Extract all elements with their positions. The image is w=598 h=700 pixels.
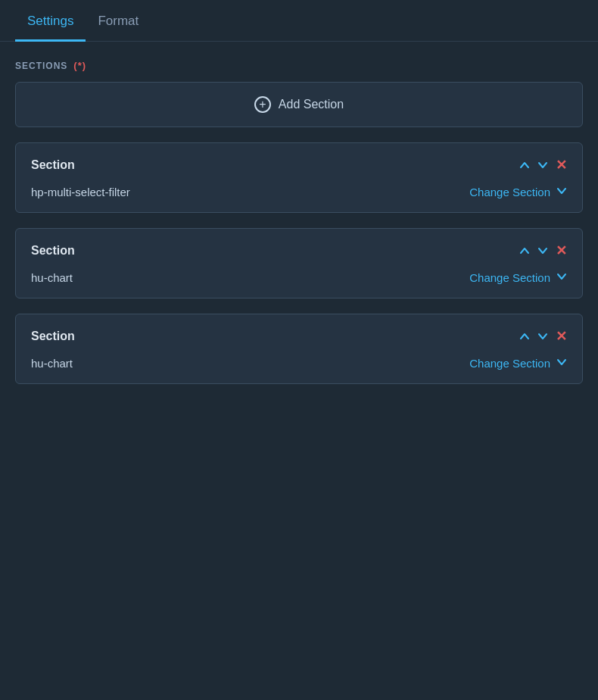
component-name-1: hp-multi-select-filter (31, 186, 130, 198)
section-title-2: Section (31, 244, 75, 258)
chevron-up-icon-2[interactable] (519, 245, 530, 256)
dropdown-arrow-icon-3[interactable] (556, 357, 567, 370)
component-name-3: hu-chart (31, 357, 73, 370)
section-title-3: Section (31, 330, 75, 343)
sections-label: SECTIONS (*) (15, 60, 583, 71)
section-controls-3: ✕ (519, 328, 567, 345)
section-row-right-3: Change Section (469, 357, 567, 370)
chevron-down-icon-2[interactable] (537, 245, 548, 256)
section-row-2: hu-chart Change Section (31, 271, 567, 284)
section-card-3: Section ✕ hu-chart Change Section (15, 314, 583, 384)
change-section-button-3[interactable]: Change Section (469, 357, 550, 370)
chevron-down-icon-3[interactable] (537, 331, 548, 342)
section-card-2: Section ✕ hu-chart Change Section (15, 228, 583, 298)
section-header-2: Section ✕ (31, 242, 567, 259)
section-title-1: Section (31, 158, 75, 172)
remove-section-icon-1[interactable]: ✕ (556, 157, 567, 173)
tab-format[interactable]: Format (86, 0, 151, 42)
change-section-button-2[interactable]: Change Section (469, 271, 550, 284)
chevron-up-icon-1[interactable] (519, 160, 530, 170)
change-section-button-1[interactable]: Change Section (469, 186, 550, 198)
component-name-2: hu-chart (31, 271, 73, 284)
chevron-down-icon-1[interactable] (537, 160, 548, 170)
remove-section-icon-3[interactable]: ✕ (556, 328, 567, 345)
dropdown-arrow-icon-1[interactable] (556, 186, 567, 198)
section-header-3: Section ✕ (31, 328, 567, 345)
section-card-1: Section ✕ hp-multi-select-filter Change … (15, 142, 583, 213)
tabs-container: Settings Format (0, 0, 598, 42)
section-row-right-1: Change Section (469, 186, 567, 198)
section-controls-1: ✕ (519, 157, 567, 173)
dropdown-arrow-icon-2[interactable] (556, 271, 567, 284)
section-row-right-2: Change Section (469, 271, 567, 284)
add-icon: + (254, 96, 271, 113)
tab-settings[interactable]: Settings (15, 0, 86, 42)
chevron-up-icon-3[interactable] (519, 331, 530, 342)
content-area: SECTIONS (*) + Add Section Section ✕ (0, 42, 598, 417)
remove-section-icon-2[interactable]: ✕ (556, 242, 567, 259)
section-row-3: hu-chart Change Section (31, 357, 567, 370)
section-header-1: Section ✕ (31, 157, 567, 173)
add-section-button[interactable]: + Add Section (15, 82, 583, 127)
required-indicator: (*) (73, 60, 86, 71)
section-controls-2: ✕ (519, 242, 567, 259)
section-row-1: hp-multi-select-filter Change Section (31, 186, 567, 198)
